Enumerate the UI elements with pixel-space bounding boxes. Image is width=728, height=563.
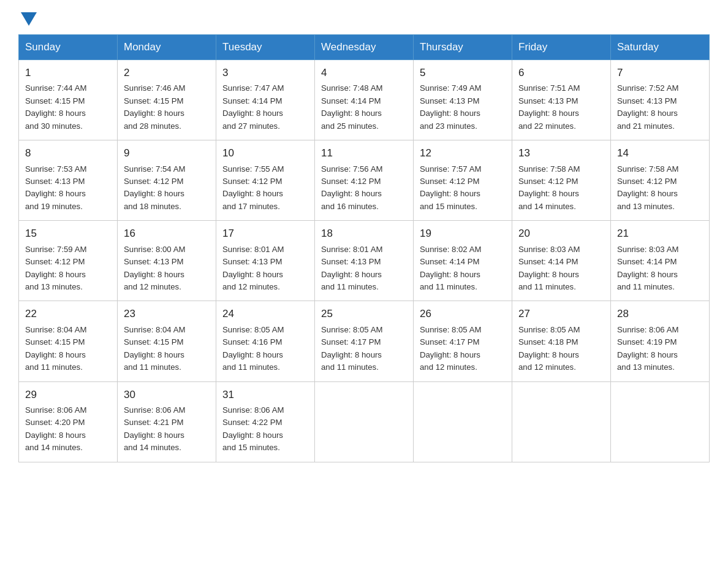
calendar-cell xyxy=(611,381,710,462)
day-number: 3 xyxy=(222,65,308,81)
week-row-3: 15 Sunrise: 7:59 AM Sunset: 4:12 PM Dayl… xyxy=(19,221,710,301)
calendar-cell: 12 Sunrise: 7:57 AM Sunset: 4:12 PM Dayl… xyxy=(414,140,512,221)
weekday-header-tuesday: Tuesday xyxy=(216,35,315,60)
day-info: Sunrise: 8:05 AM Sunset: 4:18 PM Dayligh… xyxy=(518,324,604,374)
calendar-cell: 13 Sunrise: 7:58 AM Sunset: 4:12 PM Dayl… xyxy=(512,140,611,221)
day-number: 21 xyxy=(617,226,703,242)
day-info: Sunrise: 7:58 AM Sunset: 4:12 PM Dayligh… xyxy=(617,163,703,213)
calendar-cell: 31 Sunrise: 8:06 AM Sunset: 4:22 PM Dayl… xyxy=(216,381,315,462)
calendar-cell xyxy=(414,381,512,462)
calendar-cell: 8 Sunrise: 7:53 AM Sunset: 4:13 PM Dayli… xyxy=(19,140,118,221)
day-number: 25 xyxy=(321,306,407,322)
day-info: Sunrise: 8:05 AM Sunset: 4:17 PM Dayligh… xyxy=(420,324,506,374)
day-number: 30 xyxy=(124,387,210,403)
day-number: 6 xyxy=(518,65,604,81)
calendar-cell: 17 Sunrise: 8:01 AM Sunset: 4:13 PM Dayl… xyxy=(216,221,315,301)
weekday-header-row: SundayMondayTuesdayWednesdayThursdayFrid… xyxy=(19,35,710,60)
calendar-cell: 21 Sunrise: 8:03 AM Sunset: 4:14 PM Dayl… xyxy=(611,221,710,301)
day-number: 8 xyxy=(25,145,111,161)
calendar-cell: 11 Sunrise: 7:56 AM Sunset: 4:12 PM Dayl… xyxy=(315,140,414,221)
calendar-cell: 5 Sunrise: 7:49 AM Sunset: 4:13 PM Dayli… xyxy=(414,60,512,140)
week-row-2: 8 Sunrise: 7:53 AM Sunset: 4:13 PM Dayli… xyxy=(19,140,710,221)
calendar-cell: 6 Sunrise: 7:51 AM Sunset: 4:13 PM Dayli… xyxy=(512,60,611,140)
day-number: 12 xyxy=(420,145,506,161)
day-info: Sunrise: 7:53 AM Sunset: 4:13 PM Dayligh… xyxy=(25,163,111,213)
day-info: Sunrise: 7:55 AM Sunset: 4:12 PM Dayligh… xyxy=(222,163,308,213)
weekday-header-saturday: Saturday xyxy=(611,35,710,60)
day-info: Sunrise: 7:47 AM Sunset: 4:14 PM Dayligh… xyxy=(222,82,308,132)
calendar-cell: 3 Sunrise: 7:47 AM Sunset: 4:14 PM Dayli… xyxy=(216,60,315,140)
calendar-cell: 28 Sunrise: 8:06 AM Sunset: 4:19 PM Dayl… xyxy=(611,301,710,381)
page-header xyxy=(18,12,710,23)
calendar-cell: 10 Sunrise: 7:55 AM Sunset: 4:12 PM Dayl… xyxy=(216,140,315,221)
day-info: Sunrise: 8:06 AM Sunset: 4:19 PM Dayligh… xyxy=(617,324,703,374)
calendar-cell: 23 Sunrise: 8:04 AM Sunset: 4:15 PM Dayl… xyxy=(118,301,216,381)
logo xyxy=(18,12,38,23)
svg-marker-0 xyxy=(21,12,37,26)
day-number: 9 xyxy=(124,145,210,161)
day-number: 29 xyxy=(25,387,111,403)
day-info: Sunrise: 7:49 AM Sunset: 4:13 PM Dayligh… xyxy=(420,82,506,132)
calendar-cell: 26 Sunrise: 8:05 AM Sunset: 4:17 PM Dayl… xyxy=(414,301,512,381)
day-number: 28 xyxy=(617,306,703,322)
calendar-cell: 18 Sunrise: 8:01 AM Sunset: 4:13 PM Dayl… xyxy=(315,221,414,301)
week-row-4: 22 Sunrise: 8:04 AM Sunset: 4:15 PM Dayl… xyxy=(19,301,710,381)
day-number: 19 xyxy=(420,226,506,242)
day-info: Sunrise: 7:59 AM Sunset: 4:12 PM Dayligh… xyxy=(25,243,111,294)
day-info: Sunrise: 8:04 AM Sunset: 4:15 PM Dayligh… xyxy=(124,324,210,374)
calendar-cell: 9 Sunrise: 7:54 AM Sunset: 4:12 PM Dayli… xyxy=(118,140,216,221)
day-number: 16 xyxy=(124,226,210,242)
day-number: 2 xyxy=(124,65,210,81)
day-number: 23 xyxy=(124,306,210,322)
day-info: Sunrise: 7:51 AM Sunset: 4:13 PM Dayligh… xyxy=(518,82,604,132)
day-number: 4 xyxy=(321,65,407,81)
calendar-cell: 22 Sunrise: 8:04 AM Sunset: 4:15 PM Dayl… xyxy=(19,301,118,381)
calendar-cell: 15 Sunrise: 7:59 AM Sunset: 4:12 PM Dayl… xyxy=(19,221,118,301)
calendar-cell: 1 Sunrise: 7:44 AM Sunset: 4:15 PM Dayli… xyxy=(19,60,118,140)
day-number: 11 xyxy=(321,145,407,161)
day-number: 22 xyxy=(25,306,111,322)
day-info: Sunrise: 8:04 AM Sunset: 4:15 PM Dayligh… xyxy=(25,324,111,374)
day-info: Sunrise: 8:06 AM Sunset: 4:21 PM Dayligh… xyxy=(124,404,210,454)
calendar-cell: 29 Sunrise: 8:06 AM Sunset: 4:20 PM Dayl… xyxy=(19,381,118,462)
day-info: Sunrise: 7:52 AM Sunset: 4:13 PM Dayligh… xyxy=(617,82,703,132)
day-info: Sunrise: 7:58 AM Sunset: 4:12 PM Dayligh… xyxy=(518,163,604,213)
day-number: 15 xyxy=(25,226,111,242)
day-info: Sunrise: 8:06 AM Sunset: 4:20 PM Dayligh… xyxy=(25,404,111,454)
calendar-cell: 14 Sunrise: 7:58 AM Sunset: 4:12 PM Dayl… xyxy=(611,140,710,221)
day-number: 26 xyxy=(420,306,506,322)
calendar-cell: 20 Sunrise: 8:03 AM Sunset: 4:14 PM Dayl… xyxy=(512,221,611,301)
calendar-cell: 4 Sunrise: 7:48 AM Sunset: 4:14 PM Dayli… xyxy=(315,60,414,140)
calendar-cell xyxy=(315,381,414,462)
calendar-cell: 27 Sunrise: 8:05 AM Sunset: 4:18 PM Dayl… xyxy=(512,301,611,381)
day-info: Sunrise: 8:00 AM Sunset: 4:13 PM Dayligh… xyxy=(124,243,210,294)
day-number: 13 xyxy=(518,145,604,161)
day-info: Sunrise: 7:48 AM Sunset: 4:14 PM Dayligh… xyxy=(321,82,407,132)
calendar-table: SundayMondayTuesdayWednesdayThursdayFrid… xyxy=(18,34,710,462)
weekday-header-friday: Friday xyxy=(512,35,611,60)
day-number: 10 xyxy=(222,145,308,161)
day-info: Sunrise: 7:46 AM Sunset: 4:15 PM Dayligh… xyxy=(124,82,210,132)
day-info: Sunrise: 7:57 AM Sunset: 4:12 PM Dayligh… xyxy=(420,163,506,213)
day-info: Sunrise: 8:03 AM Sunset: 4:14 PM Dayligh… xyxy=(518,243,604,294)
weekday-header-sunday: Sunday xyxy=(19,35,118,60)
day-number: 18 xyxy=(321,226,407,242)
calendar-cell: 19 Sunrise: 8:02 AM Sunset: 4:14 PM Dayl… xyxy=(414,221,512,301)
calendar-cell xyxy=(512,381,611,462)
day-number: 31 xyxy=(222,387,308,403)
calendar-cell: 2 Sunrise: 7:46 AM Sunset: 4:15 PM Dayli… xyxy=(118,60,216,140)
week-row-5: 29 Sunrise: 8:06 AM Sunset: 4:20 PM Dayl… xyxy=(19,381,710,462)
calendar-cell: 24 Sunrise: 8:05 AM Sunset: 4:16 PM Dayl… xyxy=(216,301,315,381)
weekday-header-wednesday: Wednesday xyxy=(315,35,414,60)
day-number: 24 xyxy=(222,306,308,322)
day-number: 14 xyxy=(617,145,703,161)
weekday-header-monday: Monday xyxy=(118,35,216,60)
day-number: 7 xyxy=(617,65,703,81)
logo-arrow-icon xyxy=(18,12,38,26)
day-info: Sunrise: 8:06 AM Sunset: 4:22 PM Dayligh… xyxy=(222,404,308,454)
day-info: Sunrise: 8:02 AM Sunset: 4:14 PM Dayligh… xyxy=(420,243,506,294)
day-number: 1 xyxy=(25,65,111,81)
day-info: Sunrise: 8:01 AM Sunset: 4:13 PM Dayligh… xyxy=(321,243,407,294)
day-info: Sunrise: 8:05 AM Sunset: 4:17 PM Dayligh… xyxy=(321,324,407,374)
day-info: Sunrise: 7:56 AM Sunset: 4:12 PM Dayligh… xyxy=(321,163,407,213)
